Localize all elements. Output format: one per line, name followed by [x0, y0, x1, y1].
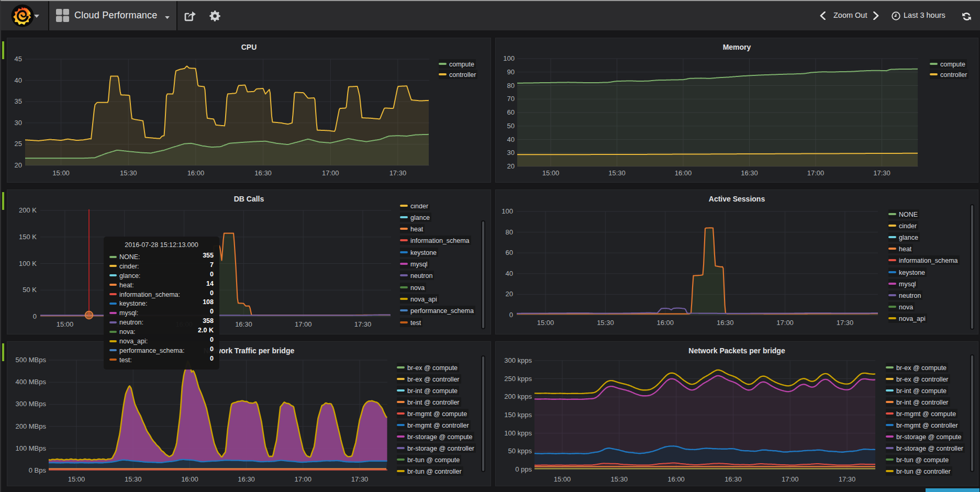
svg-text:17:30: 17:30 — [837, 319, 854, 327]
svg-text:30: 30 — [507, 149, 515, 156]
svg-text:45: 45 — [15, 55, 22, 63]
svg-text:80: 80 — [506, 228, 513, 236]
svg-text:15:30: 15:30 — [608, 169, 626, 177]
svg-text:500 MBps: 500 MBps — [15, 356, 46, 364]
svg-text:16:00: 16:00 — [657, 319, 674, 327]
svg-text:17:30: 17:30 — [354, 320, 372, 328]
svg-text:0 Bps: 0 Bps — [29, 466, 47, 474]
svg-text:17:00: 17:00 — [322, 169, 339, 177]
svg-text:200 kpps: 200 kpps — [504, 393, 532, 400]
svg-text:100 K: 100 K — [19, 260, 37, 267]
svg-text:15:30: 15:30 — [611, 475, 628, 483]
svg-text:70: 70 — [507, 95, 515, 103]
svg-text:150 K: 150 K — [19, 233, 37, 241]
svg-text:250 kpps: 250 kpps — [504, 375, 532, 383]
svg-text:60: 60 — [507, 108, 515, 116]
svg-text:16:30: 16:30 — [741, 169, 758, 177]
svg-text:300 MBps: 300 MBps — [15, 400, 46, 408]
svg-text:16:30: 16:30 — [725, 475, 742, 483]
svg-text:16:00: 16:00 — [187, 169, 205, 177]
svg-text:17:30: 17:30 — [839, 475, 856, 483]
svg-text:40: 40 — [506, 270, 513, 277]
svg-text:16:30: 16:30 — [238, 475, 255, 483]
svg-text:60: 60 — [506, 249, 513, 256]
svg-text:16:00: 16:00 — [181, 475, 198, 483]
svg-text:0: 0 — [509, 311, 513, 319]
svg-text:100: 100 — [503, 54, 515, 62]
svg-text:17:30: 17:30 — [389, 169, 407, 177]
svg-text:16:00: 16:00 — [675, 169, 692, 177]
svg-text:20: 20 — [506, 290, 513, 298]
svg-text:15:30: 15:30 — [125, 475, 142, 483]
svg-text:15:00: 15:00 — [554, 475, 571, 483]
svg-text:15:00: 15:00 — [542, 169, 560, 177]
svg-text:200 K: 200 K — [19, 206, 37, 214]
svg-text:300 kpps: 300 kpps — [504, 356, 532, 364]
svg-text:17:30: 17:30 — [873, 169, 890, 177]
svg-text:50 kpps: 50 kpps — [508, 447, 532, 455]
svg-text:100 kpps: 100 kpps — [504, 429, 532, 437]
svg-text:50 K: 50 K — [23, 286, 37, 294]
svg-text:20: 20 — [15, 161, 22, 169]
svg-text:35: 35 — [15, 97, 22, 105]
svg-text:30: 30 — [15, 119, 22, 127]
svg-text:15:00: 15:00 — [57, 320, 74, 328]
svg-text:400 MBps: 400 MBps — [15, 378, 46, 386]
svg-text:40: 40 — [15, 76, 22, 84]
svg-text:16:00: 16:00 — [667, 475, 685, 483]
svg-text:16:30: 16:30 — [254, 169, 272, 177]
svg-text:15:30: 15:30 — [120, 169, 137, 177]
svg-text:90: 90 — [507, 68, 515, 76]
svg-text:50: 50 — [507, 122, 515, 130]
svg-text:17:00: 17:00 — [776, 319, 794, 327]
svg-text:16:30: 16:30 — [235, 320, 252, 328]
svg-text:0: 0 — [33, 312, 37, 320]
svg-text:16:30: 16:30 — [717, 319, 734, 327]
svg-text:17:00: 17:00 — [782, 475, 799, 483]
svg-text:200 MBps: 200 MBps — [15, 422, 46, 430]
svg-text:100 MBps: 100 MBps — [15, 444, 46, 452]
svg-text:17:00: 17:00 — [295, 475, 312, 483]
svg-text:100: 100 — [502, 207, 513, 215]
svg-text:15:00: 15:00 — [68, 475, 85, 483]
svg-text:80: 80 — [507, 82, 515, 90]
svg-text:17:00: 17:00 — [295, 320, 312, 328]
svg-text:17:30: 17:30 — [351, 475, 369, 483]
svg-text:25: 25 — [15, 140, 22, 148]
svg-text:17:00: 17:00 — [807, 169, 825, 177]
svg-text:20: 20 — [507, 162, 515, 170]
svg-text:0 pps: 0 pps — [515, 465, 532, 473]
svg-text:40: 40 — [507, 136, 515, 143]
svg-text:15:00: 15:00 — [52, 169, 70, 177]
svg-text:15:30: 15:30 — [597, 319, 614, 327]
svg-text:15:00: 15:00 — [537, 319, 554, 327]
svg-text:150 kpps: 150 kpps — [504, 411, 532, 419]
